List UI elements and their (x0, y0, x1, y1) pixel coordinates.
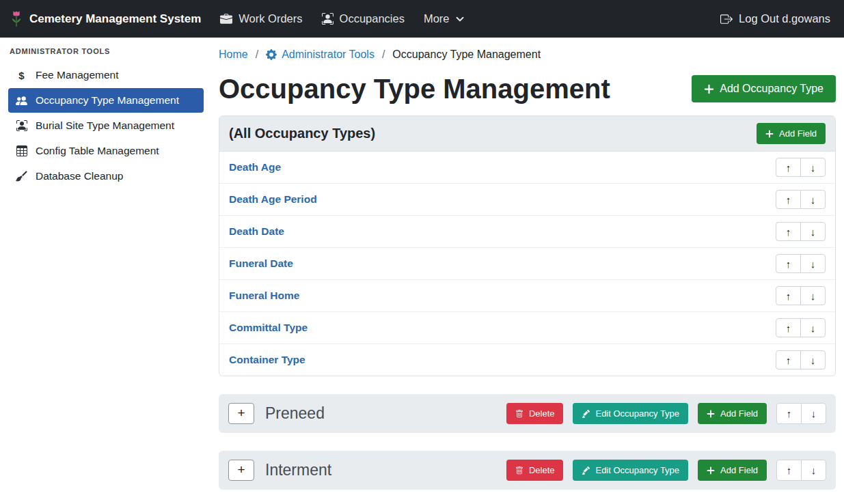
add-field-button[interactable]: Add Field (698, 403, 767, 424)
sidebar-item-occupancy-type-management[interactable]: Occupancy Type Management (8, 88, 204, 113)
move-down-button[interactable]: ↓ (800, 254, 826, 273)
broom-icon (15, 171, 28, 182)
move-down-button[interactable]: ↓ (800, 190, 826, 209)
breadcrumb-administrator-tools[interactable]: Administrator Tools (266, 48, 375, 61)
move-down-button[interactable]: ↓ (801, 460, 826, 481)
field-link[interactable]: Funeral Home (229, 290, 299, 302)
field-link[interactable]: Death Age (229, 161, 281, 173)
button-label: Edit Occupancy Type (595, 409, 679, 418)
logout-link[interactable]: Log Out d.gowans (716, 7, 834, 31)
move-up-button[interactable]: ↑ (776, 318, 801, 337)
arrow-down-icon: ↓ (811, 194, 816, 206)
sidebar-item-database-cleanup[interactable]: Database Cleanup (8, 164, 204, 188)
app-brand[interactable]: Cemetery Management System (10, 10, 201, 28)
trash-icon (515, 466, 523, 475)
reorder-button-group: ↑ ↓ (776, 318, 826, 337)
arrow-up-icon: ↑ (787, 408, 792, 419)
move-down-button[interactable]: ↓ (800, 318, 826, 337)
arrow-up-icon: ↑ (786, 258, 791, 270)
move-down-button[interactable]: ↓ (800, 350, 826, 369)
occupancy-type-section-interment: + Interment Delete Edit Occupancy Type A… (219, 451, 836, 490)
button-label: Delete (529, 466, 555, 475)
trash-icon (515, 410, 523, 418)
move-up-button[interactable]: ↑ (776, 190, 801, 209)
add-occupancy-type-button[interactable]: Add Occupancy Type (692, 75, 836, 102)
arrow-down-icon: ↓ (811, 354, 816, 366)
button-label: Delete (529, 409, 555, 418)
field-link[interactable]: Death Date (229, 225, 284, 238)
sidebar-heading: Administrator Tools (0, 44, 212, 62)
arrow-up-icon: ↑ (786, 322, 791, 334)
arrow-up-icon: ↑ (787, 464, 792, 476)
nav-item-work-orders[interactable]: Work Orders (210, 7, 312, 31)
arrow-down-icon: ↓ (811, 464, 817, 476)
nav-label: Occupancies (340, 12, 405, 25)
field-link[interactable]: Committal Type (229, 322, 308, 334)
delete-button[interactable]: Delete (506, 460, 564, 481)
move-up-button[interactable]: ↑ (776, 403, 802, 424)
sidebar-item-burial-site-type-management[interactable]: Burial Site Type Management (8, 113, 204, 138)
expand-section-button[interactable]: + (228, 460, 254, 481)
card-header: (All Occupancy Types) Add Field (219, 116, 835, 152)
work-orders-icon (220, 13, 232, 25)
move-up-button[interactable]: ↑ (776, 350, 801, 369)
move-up-button[interactable]: ↑ (776, 286, 801, 305)
move-up-button[interactable]: ↑ (776, 222, 801, 241)
arrow-up-icon: ↑ (786, 290, 791, 302)
add-field-button[interactable]: Add Field (757, 123, 826, 144)
plus-icon (765, 130, 774, 138)
breadcrumb-home[interactable]: Home (219, 48, 248, 61)
card-title: (All Occupancy Types) (229, 126, 375, 141)
pencil-icon (582, 466, 590, 475)
field-row: Container Type ↑ ↓ (219, 344, 835, 376)
move-up-button[interactable]: ↑ (776, 460, 802, 481)
chevron-down-icon (456, 15, 464, 23)
nav-item-occupancies[interactable]: Occupancies (312, 7, 414, 31)
nav-label: More (424, 12, 450, 25)
move-down-button[interactable]: ↓ (800, 286, 826, 305)
sidebar-item-label: Database Cleanup (36, 170, 123, 182)
move-down-button[interactable]: ↓ (800, 222, 826, 241)
field-link[interactable]: Funeral Date (229, 257, 293, 270)
button-label: Add Field (720, 409, 758, 418)
sidebar-item-label: Fee Management (36, 69, 119, 81)
breadcrumb-separator: / (382, 48, 385, 61)
section-name: Preneed (265, 404, 497, 423)
dollar-icon: $ (15, 70, 28, 81)
all-occupancy-types-card: (All Occupancy Types) Add Field Death Ag… (219, 115, 836, 376)
table-icon (15, 145, 28, 156)
expand-section-button[interactable]: + (228, 403, 254, 424)
field-row: Funeral Home ↑ ↓ (219, 280, 835, 312)
sidebar-item-label: Config Table Management (36, 145, 159, 157)
sidebar-item-fee-management[interactable]: $ Fee Management (8, 63, 204, 87)
move-down-button[interactable]: ↓ (801, 403, 826, 424)
delete-button[interactable]: Delete (506, 403, 564, 424)
occupancy-type-section-preneed: + Preneed Delete Edit Occupancy Type Add… (219, 394, 836, 433)
field-row: Death Age ↑ ↓ (219, 152, 835, 184)
admin-sidebar: Administrator Tools $ Fee Management Occ… (0, 38, 212, 504)
button-label: Add Field (779, 129, 817, 138)
nav-item-more[interactable]: More (414, 7, 474, 31)
move-down-button[interactable]: ↓ (800, 158, 826, 177)
arrow-down-icon: ↓ (811, 162, 816, 173)
field-link[interactable]: Death Age Period (229, 193, 317, 206)
plus-icon (707, 466, 715, 475)
reorder-button-group: ↑ ↓ (776, 350, 826, 369)
sidebar-item-label: Occupancy Type Management (36, 94, 179, 107)
edit-occupancy-type-button[interactable]: Edit Occupancy Type (573, 460, 688, 481)
move-up-button[interactable]: ↑ (776, 254, 801, 273)
edit-occupancy-type-button[interactable]: Edit Occupancy Type (573, 403, 688, 424)
field-link[interactable]: Container Type (229, 354, 305, 366)
arrow-up-icon: ↑ (786, 354, 791, 366)
sidebar-item-label: Burial Site Type Management (36, 120, 174, 132)
users-icon (15, 95, 28, 107)
pencil-icon (582, 410, 590, 418)
sidebar-item-config-table-management[interactable]: Config Table Management (8, 139, 204, 163)
field-row: Death Age Period ↑ ↓ (219, 184, 835, 216)
reorder-button-group: ↑ ↓ (776, 190, 826, 209)
move-up-button[interactable]: ↑ (776, 158, 801, 177)
section-name: Interment (265, 461, 497, 479)
add-field-button[interactable]: Add Field (698, 460, 767, 481)
reorder-button-group: ↑ ↓ (776, 286, 826, 305)
plus-icon: + (237, 462, 245, 477)
